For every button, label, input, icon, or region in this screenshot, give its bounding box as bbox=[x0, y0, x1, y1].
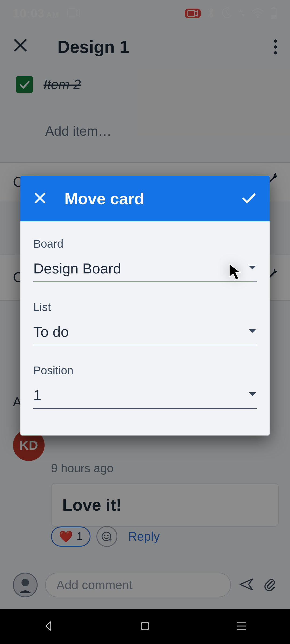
reaction-row: ❤️ 1 Reply bbox=[51, 526, 160, 547]
svg-rect-10 bbox=[141, 622, 149, 630]
send-icon[interactable] bbox=[238, 576, 255, 594]
close-icon[interactable] bbox=[13, 37, 28, 57]
battery-icon bbox=[270, 7, 277, 20]
list-value: To do bbox=[33, 323, 248, 340]
board-field[interactable]: Board Design Board bbox=[33, 237, 257, 282]
chevron-down-icon bbox=[248, 392, 257, 398]
chevron-down-icon bbox=[248, 328, 257, 335]
comment-text: Love it! bbox=[62, 495, 267, 514]
checkbox-checked-icon[interactable] bbox=[16, 76, 33, 93]
list-label: List bbox=[33, 301, 257, 314]
status-time: 10:03AM bbox=[13, 7, 59, 20]
board-value: Design Board bbox=[33, 260, 248, 277]
svg-rect-1 bbox=[188, 10, 195, 16]
dialog-close-icon[interactable] bbox=[33, 191, 47, 206]
comment-timestamp: 9 hours ago bbox=[51, 462, 113, 475]
home-icon[interactable] bbox=[140, 621, 150, 632]
user-avatar[interactable] bbox=[13, 573, 38, 597]
status-time-value: 10:03 bbox=[13, 7, 45, 20]
reply-button[interactable]: Reply bbox=[128, 529, 160, 544]
chevron-down-icon bbox=[248, 265, 257, 272]
reaction-count: 1 bbox=[77, 530, 83, 543]
svg-point-6 bbox=[102, 532, 111, 541]
page-title: Design 1 bbox=[57, 37, 129, 57]
status-bar: 10:03AM bbox=[0, 0, 290, 27]
recording-pill-icon bbox=[185, 9, 201, 18]
bluetooth-icon bbox=[207, 7, 215, 20]
reaction-heart-button[interactable]: ❤️ 1 bbox=[51, 526, 90, 547]
app-header: Design 1 bbox=[0, 27, 290, 67]
svg-rect-5 bbox=[271, 15, 276, 18]
board-label: Board bbox=[33, 237, 257, 250]
comment-input-row: Add comment bbox=[13, 572, 277, 598]
data-arrows-icon bbox=[238, 8, 245, 19]
move-card-dialog: Move card Board Design Board List To do bbox=[20, 176, 270, 436]
wifi-icon bbox=[251, 8, 264, 19]
overflow-menu-icon[interactable] bbox=[274, 39, 277, 54]
comment-input-placeholder: Add comment bbox=[56, 578, 133, 592]
svg-rect-0 bbox=[68, 9, 76, 17]
position-value: 1 bbox=[33, 387, 248, 403]
dnd-moon-icon bbox=[221, 7, 233, 20]
svg-point-9 bbox=[21, 579, 29, 586]
heart-icon: ❤️ bbox=[59, 530, 73, 543]
attachment-icon[interactable] bbox=[262, 577, 277, 593]
svg-point-8 bbox=[107, 535, 109, 536]
position-field[interactable]: Position 1 bbox=[33, 364, 257, 409]
dialog-header: Move card bbox=[20, 176, 270, 221]
dialog-title: Move card bbox=[64, 189, 144, 208]
checklist-item-label: Item 2 bbox=[44, 77, 81, 92]
comment-input[interactable]: Add comment bbox=[45, 573, 231, 597]
list-field[interactable]: List To do bbox=[33, 301, 257, 345]
camera-outline-icon bbox=[67, 8, 80, 19]
add-item-input[interactable]: Add item… bbox=[45, 123, 111, 139]
back-icon[interactable] bbox=[43, 620, 55, 633]
status-time-ampm: AM bbox=[46, 10, 59, 19]
checklist-item[interactable]: Item 2 bbox=[16, 74, 274, 95]
dialog-confirm-icon[interactable] bbox=[240, 189, 257, 208]
system-nav-bar bbox=[0, 609, 290, 644]
recents-icon[interactable] bbox=[235, 621, 247, 632]
add-reaction-button[interactable] bbox=[96, 526, 117, 547]
svg-point-2 bbox=[257, 16, 259, 18]
svg-point-7 bbox=[104, 535, 106, 536]
position-label: Position bbox=[33, 364, 257, 377]
comment-bubble[interactable]: Love it! bbox=[51, 483, 279, 527]
